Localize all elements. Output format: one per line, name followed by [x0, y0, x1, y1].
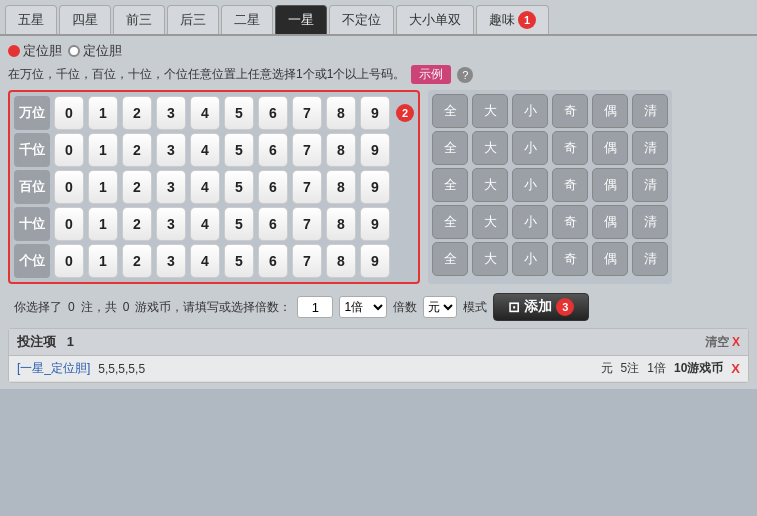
- quick-btn-万位-大[interactable]: 大: [472, 94, 508, 128]
- quick-btn-千位-清[interactable]: 清: [632, 131, 668, 165]
- example-button[interactable]: 示例: [411, 65, 451, 84]
- mode-select[interactable]: 元角分: [423, 296, 457, 318]
- num-btn-十位-4[interactable]: 4: [190, 207, 220, 241]
- num-btn-万位-7[interactable]: 7: [292, 96, 322, 130]
- quick-btn-万位-清[interactable]: 清: [632, 94, 668, 128]
- num-btn-千位-0[interactable]: 0: [54, 133, 84, 167]
- tab-后三[interactable]: 后三: [167, 5, 219, 34]
- num-btn-百位-5[interactable]: 5: [224, 170, 254, 204]
- num-btn-千位-8[interactable]: 8: [326, 133, 356, 167]
- num-btn-万位-4[interactable]: 4: [190, 96, 220, 130]
- num-btn-千位-2[interactable]: 2: [122, 133, 152, 167]
- num-btn-千位-7[interactable]: 7: [292, 133, 322, 167]
- num-btn-个位-4[interactable]: 4: [190, 244, 220, 278]
- num-btn-个位-0[interactable]: 0: [54, 244, 84, 278]
- quick-btn-个位-全[interactable]: 全: [432, 242, 468, 276]
- num-btn-百位-6[interactable]: 6: [258, 170, 288, 204]
- tab-大小单双[interactable]: 大小单双: [396, 5, 474, 34]
- quick-btn-万位-奇[interactable]: 奇: [552, 94, 588, 128]
- quick-btn-百位-清[interactable]: 清: [632, 168, 668, 202]
- num-btn-个位-7[interactable]: 7: [292, 244, 322, 278]
- clear-button[interactable]: 清空 X: [705, 334, 740, 351]
- num-btn-十位-1[interactable]: 1: [88, 207, 118, 241]
- quick-btn-百位-小[interactable]: 小: [512, 168, 548, 202]
- multiplier-select[interactable]: 1倍2倍3倍5倍10倍: [339, 296, 387, 318]
- num-btn-百位-3[interactable]: 3: [156, 170, 186, 204]
- multiplier-input[interactable]: [297, 296, 333, 318]
- quick-btn-十位-偶[interactable]: 偶: [592, 205, 628, 239]
- tab-不定位[interactable]: 不定位: [329, 5, 394, 34]
- num-btn-万位-5[interactable]: 5: [224, 96, 254, 130]
- quick-btn-百位-偶[interactable]: 偶: [592, 168, 628, 202]
- bet-header-title: 投注项 1: [17, 333, 74, 351]
- num-btn-百位-8[interactable]: 8: [326, 170, 356, 204]
- num-btn-个位-5[interactable]: 5: [224, 244, 254, 278]
- quick-btn-百位-大[interactable]: 大: [472, 168, 508, 202]
- quick-btn-百位-奇[interactable]: 奇: [552, 168, 588, 202]
- num-btn-万位-0[interactable]: 0: [54, 96, 84, 130]
- num-btn-百位-7[interactable]: 7: [292, 170, 322, 204]
- num-btn-万位-6[interactable]: 6: [258, 96, 288, 130]
- num-btn-千位-6[interactable]: 6: [258, 133, 288, 167]
- num-btn-万位-3[interactable]: 3: [156, 96, 186, 130]
- tab-五星[interactable]: 五星: [5, 5, 57, 34]
- quick-btn-千位-偶[interactable]: 偶: [592, 131, 628, 165]
- num-btn-个位-3[interactable]: 3: [156, 244, 186, 278]
- bet-remove-button[interactable]: X: [731, 361, 740, 376]
- num-btn-个位-2[interactable]: 2: [122, 244, 152, 278]
- tab-二星[interactable]: 二星: [221, 5, 273, 34]
- num-btn-百位-2[interactable]: 2: [122, 170, 152, 204]
- tab-四星[interactable]: 四星: [59, 5, 111, 34]
- quick-btn-十位-奇[interactable]: 奇: [552, 205, 588, 239]
- quick-btn-万位-小[interactable]: 小: [512, 94, 548, 128]
- quick-btn-万位-全[interactable]: 全: [432, 94, 468, 128]
- num-btn-十位-2[interactable]: 2: [122, 207, 152, 241]
- num-btn-百位-0[interactable]: 0: [54, 170, 84, 204]
- num-btn-个位-8[interactable]: 8: [326, 244, 356, 278]
- quick-btn-万位-偶[interactable]: 偶: [592, 94, 628, 128]
- num-btn-十位-7[interactable]: 7: [292, 207, 322, 241]
- quick-btn-十位-清[interactable]: 清: [632, 205, 668, 239]
- quick-btn-十位-大[interactable]: 大: [472, 205, 508, 239]
- num-btn-万位-9[interactable]: 9: [360, 96, 390, 130]
- quick-btn-千位-小[interactable]: 小: [512, 131, 548, 165]
- quick-btn-千位-奇[interactable]: 奇: [552, 131, 588, 165]
- quick-btn-个位-清[interactable]: 清: [632, 242, 668, 276]
- num-btn-千位-1[interactable]: 1: [88, 133, 118, 167]
- add-button[interactable]: ⊡ 添加 3: [493, 293, 589, 321]
- quick-btn-百位-全[interactable]: 全: [432, 168, 468, 202]
- num-btn-十位-9[interactable]: 9: [360, 207, 390, 241]
- num-btn-万位-1[interactable]: 1: [88, 96, 118, 130]
- num-btn-千位-4[interactable]: 4: [190, 133, 220, 167]
- num-btn-十位-0[interactable]: 0: [54, 207, 84, 241]
- num-btn-千位-3[interactable]: 3: [156, 133, 186, 167]
- num-btn-十位-3[interactable]: 3: [156, 207, 186, 241]
- num-btn-百位-9[interactable]: 9: [360, 170, 390, 204]
- num-btn-个位-6[interactable]: 6: [258, 244, 288, 278]
- num-btn-百位-4[interactable]: 4: [190, 170, 220, 204]
- quick-btn-个位-小[interactable]: 小: [512, 242, 548, 276]
- quick-btn-十位-小[interactable]: 小: [512, 205, 548, 239]
- quick-btn-千位-全[interactable]: 全: [432, 131, 468, 165]
- quick-btn-千位-大[interactable]: 大: [472, 131, 508, 165]
- num-btn-十位-5[interactable]: 5: [224, 207, 254, 241]
- num-btn-千位-5[interactable]: 5: [224, 133, 254, 167]
- quick-btn-个位-大[interactable]: 大: [472, 242, 508, 276]
- num-btn-十位-6[interactable]: 6: [258, 207, 288, 241]
- num-btn-个位-1[interactable]: 1: [88, 244, 118, 278]
- num-btn-千位-9[interactable]: 9: [360, 133, 390, 167]
- num-btn-百位-1[interactable]: 1: [88, 170, 118, 204]
- tab-趣味[interactable]: 趣味1: [476, 5, 549, 34]
- quick-btn-十位-全[interactable]: 全: [432, 205, 468, 239]
- radio-option1[interactable]: 定位胆: [8, 42, 62, 60]
- num-btn-十位-8[interactable]: 8: [326, 207, 356, 241]
- radio-option2[interactable]: 定位胆: [68, 42, 122, 60]
- num-btn-万位-2[interactable]: 2: [122, 96, 152, 130]
- num-btn-万位-8[interactable]: 8: [326, 96, 356, 130]
- tab-一星[interactable]: 一星: [275, 5, 327, 34]
- help-icon[interactable]: ?: [457, 67, 473, 83]
- num-btn-个位-9[interactable]: 9: [360, 244, 390, 278]
- quick-btn-个位-奇[interactable]: 奇: [552, 242, 588, 276]
- tab-前三[interactable]: 前三: [113, 5, 165, 34]
- quick-btn-个位-偶[interactable]: 偶: [592, 242, 628, 276]
